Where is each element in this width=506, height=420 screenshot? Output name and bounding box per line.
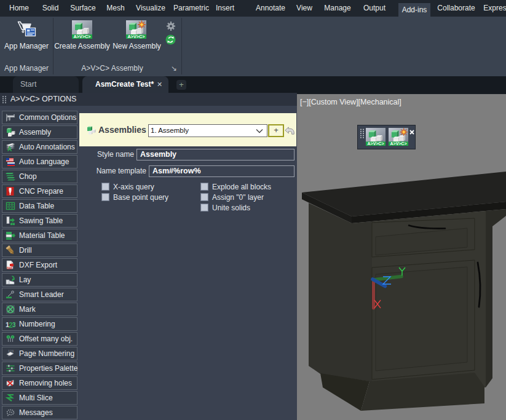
- svg-text:3: 3: [12, 322, 15, 328]
- svg-text:A>V>C>: A>V>C>: [368, 141, 384, 146]
- svg-text:A>V>C>: A>V>C>: [390, 141, 407, 146]
- svg-text:A: A: [7, 146, 12, 152]
- svg-text:DXF: DXF: [7, 267, 12, 270]
- svg-text:A>V>C>: A>V>C>: [74, 34, 91, 39]
- svg-text:A>V>C>: A>V>C>: [128, 34, 145, 39]
